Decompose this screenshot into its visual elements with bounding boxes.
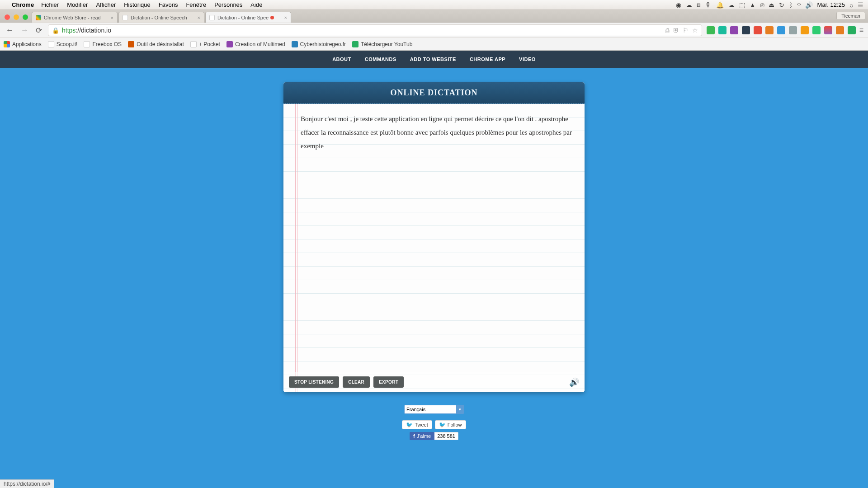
tab-dictation-2[interactable]: Dictation - Online Spee × (205, 12, 291, 23)
extension-icon[interactable] (718, 26, 726, 34)
nav-commands[interactable]: COMMANDS (365, 56, 396, 62)
clear-button[interactable]: CLEAR (343, 376, 370, 388)
extension-icon[interactable] (824, 26, 832, 34)
extension-icon[interactable] (836, 26, 844, 34)
drive-icon[interactable]: ▲ (750, 1, 756, 9)
extension-icon[interactable] (765, 26, 774, 34)
menu-modifier[interactable]: Modifier (67, 1, 88, 8)
tray-icon[interactable]: ☁ (686, 1, 692, 9)
shield-icon[interactable]: ⛨ (673, 27, 679, 34)
tab-label: Dictation - Online Spee (217, 15, 269, 20)
fb-like-button[interactable]: fJ'aime (410, 432, 434, 440)
tray-icon[interactable]: ◉ (676, 1, 681, 9)
display-icon[interactable]: ⎚ (760, 1, 764, 9)
bm-freebox[interactable]: Freebox OS (84, 41, 122, 47)
menu-icon[interactable]: ☰ (858, 1, 863, 9)
bm-outil[interactable]: Outil de désinstallat (128, 41, 184, 47)
nav-video[interactable]: VIDEO (519, 56, 536, 62)
stop-listening-button[interactable]: STOP LISTENING (289, 376, 339, 388)
tab-strip: Chrome Web Store - read × Dictation - On… (0, 10, 868, 23)
recording-icon (270, 16, 274, 19)
close-tab-icon[interactable]: × (108, 15, 113, 20)
dropbox-icon[interactable]: ⧈ (697, 1, 701, 9)
extension-icon[interactable] (812, 26, 821, 34)
window-controls[interactable] (3, 14, 32, 23)
star-icon[interactable]: ☆ (692, 27, 698, 34)
follow-button[interactable]: 🐦Follow (435, 420, 466, 429)
browser-toolbar: ← → ⟳ 🔒 https://dictation.io ⎙ ⛨ ⚐ ☆ (0, 23, 868, 38)
tab-dictation-1[interactable]: Dictation - Online Speech × (118, 12, 204, 23)
forward-button: → (19, 26, 30, 35)
close-tab-icon[interactable]: × (195, 15, 200, 20)
extension-icon[interactable] (754, 26, 762, 34)
bm-creation[interactable]: Creation of Multimed (226, 41, 285, 47)
camera-icon[interactable] (777, 26, 785, 34)
menu-historique[interactable]: Historique (124, 1, 151, 8)
menu-afficher[interactable]: Afficher (96, 1, 116, 8)
menu-favoris[interactable]: Favoris (159, 1, 178, 8)
back-button[interactable]: ← (5, 26, 15, 35)
bm-scoopit[interactable]: Scoop.it! (48, 41, 78, 47)
extension-icon[interactable] (707, 26, 715, 34)
nav-about[interactable]: ABOUT (332, 56, 351, 62)
twitter-icon: 🐦 (439, 422, 446, 428)
card-title: ONLINE DICTATION (391, 88, 478, 98)
profile-button[interactable]: Ticeman (836, 12, 865, 20)
extension-icon[interactable] (730, 26, 738, 34)
reload-button[interactable]: ⟳ (34, 26, 43, 35)
sync-icon[interactable]: ↻ (779, 1, 784, 9)
bm-pocket[interactable]: + Pocket (190, 41, 220, 47)
bell-icon[interactable]: 🔔 (716, 1, 724, 9)
apps-icon (4, 41, 10, 47)
dictation-text[interactable]: Bonjour c'est moi , je teste cette appli… (283, 104, 585, 372)
nav-add-to-website[interactable]: ADD TO WEBSITE (410, 56, 456, 62)
eject-icon[interactable]: ⏏ (769, 1, 774, 9)
extension-icon[interactable] (789, 26, 797, 34)
extension-icon[interactable] (742, 26, 750, 34)
maximize-icon[interactable] (23, 14, 28, 20)
tab-label: Chrome Web Store - read (44, 15, 101, 20)
language-select[interactable]: Français (404, 405, 464, 414)
bluetooth-icon[interactable]: ᛒ (789, 1, 793, 9)
sound-icon[interactable]: 🔊 (569, 377, 579, 387)
app-name[interactable]: Chrome (12, 1, 34, 8)
extensions-area: ≡ (707, 26, 863, 34)
nav-chrome-app[interactable]: CHROME APP (470, 56, 505, 62)
close-icon[interactable] (5, 14, 10, 20)
translate-icon[interactable]: ⚐ (683, 27, 689, 34)
wifi-icon[interactable]: ⌔ (797, 1, 801, 9)
bm-cyberhistoire[interactable]: Cyberhistoiregeo.fr (292, 41, 346, 47)
page-icon[interactable]: ⎙ (665, 27, 669, 34)
menu-fenetre[interactable]: Fenêtre (186, 1, 206, 8)
mic-icon[interactable]: 🎙 (705, 1, 712, 9)
menu-aide[interactable]: Aide (250, 1, 262, 8)
close-tab-icon[interactable]: × (282, 15, 287, 20)
menu-fichier[interactable]: Fichier (41, 1, 59, 8)
url-scheme: https (62, 27, 75, 34)
card-actions: STOP LISTENING CLEAR EXPORT 🔊 (283, 372, 585, 392)
paper-area[interactable]: Bonjour c'est moi , je teste cette appli… (283, 104, 585, 392)
volume-icon[interactable]: 🔊 (805, 1, 813, 9)
dictation-card: ONLINE DICTATION Bonjour c'est moi , je … (283, 82, 585, 392)
bm-apps[interactable]: Applications (4, 41, 42, 47)
twitter-icon: 🐦 (406, 422, 413, 428)
spotlight-icon[interactable]: ⌕ (849, 1, 853, 9)
extension-icon[interactable] (848, 26, 856, 34)
extension-icon[interactable] (801, 26, 809, 34)
tab-label: Dictation - Online Speech (131, 15, 187, 20)
tab-web-store[interactable]: Chrome Web Store - read × (32, 12, 118, 23)
bm-telechargeur[interactable]: Téléchargeur YouTub (352, 41, 412, 47)
bookmark-bar: Applications Scoop.it! Freebox OS Outil … (0, 38, 868, 51)
menu-personnes[interactable]: Personnes (214, 1, 242, 8)
export-button[interactable]: EXPORT (373, 376, 404, 388)
page-content: ABOUT COMMANDS ADD TO WEBSITE CHROME APP… (0, 51, 868, 488)
lock-icon: 🔒 (52, 27, 59, 34)
status-bar: https://dictation.io/# (0, 479, 54, 488)
chrome-menu-icon[interactable]: ≡ (859, 26, 863, 34)
tweet-button[interactable]: 🐦Tweet (402, 420, 432, 429)
clock[interactable]: Mar. 12:25 (817, 1, 845, 8)
minimize-icon[interactable] (14, 14, 19, 20)
address-bar[interactable]: 🔒 https://dictation.io ⎙ ⛨ ⚐ ☆ (48, 24, 702, 36)
finder-icon[interactable]: ⬚ (739, 1, 745, 9)
cloud-icon[interactable]: ☁ (728, 1, 735, 9)
